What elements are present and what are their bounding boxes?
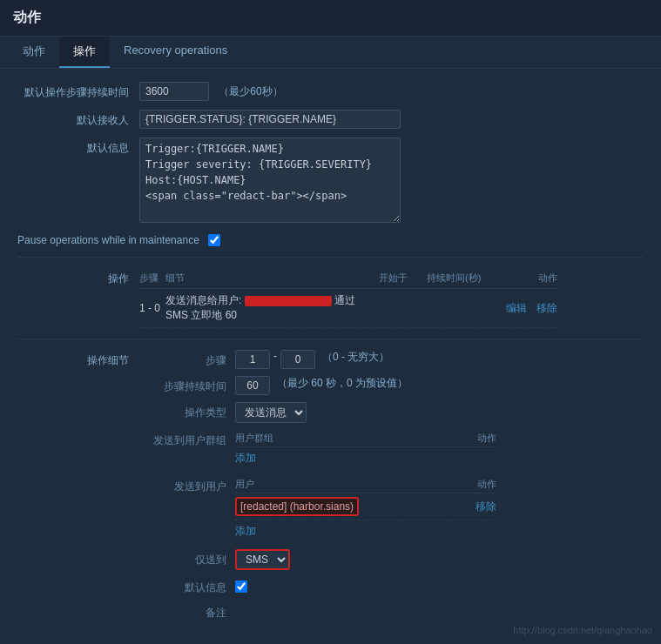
row-detail: 发送消息给用户: 通过 SMS 立即地 60 [165,293,379,323]
op-detail-label: 操作细节 [17,350,139,368]
duration-value: （最少60秒） [139,82,644,101]
step-label: 步骤 [139,350,235,368]
only-to-select[interactable]: SMS [235,549,290,570]
user-table: 用户 动作 [redacted] (harbor.sians) 移除 添加 [235,476,496,542]
tab-actions[interactable]: 动作 [9,37,59,68]
message-value: Trigger:{TRIGGER.NAME} Trigger severity:… [139,138,644,225]
duration-hint: （最少60秒） [219,85,282,97]
group-action-header: 动作 [462,432,496,445]
message-row: 默认信息 Trigger:{TRIGGER.NAME} Trigger seve… [17,138,644,225]
header-start: 开始于 [379,272,427,285]
user-name-cell: [redacted] (harbor.sians) [235,497,462,516]
add-user-row: 添加 [235,520,496,542]
header-detail: 细节 [165,272,379,285]
header-action: 动作 [496,272,557,285]
op-type-select[interactable]: 发送消息 [235,402,307,423]
default-msg-row: 默认信息 [139,577,644,595]
duration-input[interactable] [139,82,209,101]
user-remove-button[interactable]: 移除 [476,500,496,513]
send-group-row: 发送到用户群组 用户群组 动作 添加 [139,430,644,469]
duration-row: 默认操作步骤持续时间 （最少60秒） [17,82,644,101]
step-row: 步骤 - （0 - 无穷大） [139,350,644,369]
watermark: http://blog.csdn.net/qianghaohao [513,625,652,635]
edit-button[interactable]: 编辑 [506,302,527,314]
user-col-header: 用户 [235,478,462,491]
notes-row: 备注 [139,602,644,621]
recipient-value [139,110,644,129]
header-duration: 持续时间(秒) [427,272,496,285]
user-name-highlighted: [redacted] (harbor.sians) [235,497,359,516]
step-hint: （0 - 无穷大） [322,350,389,365]
operations-label: 操作 [17,268,139,286]
add-group-button[interactable]: 添加 [235,452,256,464]
op-detail-section: 操作细节 步骤 - （0 - 无穷大） 步骤持续时间 （最少 60 秒，0 为预… [17,350,644,627]
main-content: 默认操作步骤持续时间 （最少60秒） 默认接收人 默认信息 Trigger:{T… [0,69,661,644]
user-remove-cell: 移除 [462,500,496,514]
send-user-label: 发送到用户 [139,476,235,494]
row-actions: 编辑 移除 [496,301,557,316]
tab-bar: 动作 操作 Recovery operations [0,37,661,69]
step-duration-label: 步骤持续时间 [139,376,235,394]
ops-header: 步骤 细节 开始于 持续时间(秒) 动作 [139,268,557,289]
default-msg-checkbox[interactable] [235,580,247,593]
notes-label: 备注 [139,602,235,621]
maintenance-label: Pause operations while in maintenance [17,234,208,246]
recipient-input[interactable] [139,110,401,129]
divider-2 [17,339,644,339]
only-to-row: 仅送到 SMS [139,549,644,570]
user-action-header: 动作 [462,478,496,491]
group-table-header: 用户群组 动作 [235,430,496,447]
message-label: 默认信息 [17,138,139,156]
user-table-header: 用户 动作 [235,476,496,493]
page-title: 动作 [0,0,661,37]
operations-section: 操作 步骤 细节 开始于 持续时间(秒) 动作 1 - 0 发送消息给用户: 通… [17,268,644,328]
table-row: 1 - 0 发送消息给用户: 通过 SMS 立即地 60 编辑 移除 [139,289,557,328]
group-col-header: 用户群组 [235,432,462,445]
op-type-row: 操作类型 发送消息 [139,402,644,423]
step-to-input[interactable] [280,350,315,369]
send-user-row: 发送到用户 用户 动作 [redacted] (harbor.sians) 移除 [139,476,644,542]
default-msg-label: 默认信息 [139,577,235,595]
remove-button[interactable]: 移除 [536,302,557,314]
step-duration-hint: （最少 60 秒，0 为预设值） [277,376,408,391]
maintenance-row: Pause operations while in maintenance [17,234,644,246]
tab-operations[interactable]: 操作 [59,37,110,68]
send-group-label: 发送到用户群组 [139,430,235,448]
step-dash: - [273,350,277,362]
op-type-label: 操作类型 [139,402,235,420]
step-duration-input[interactable] [235,376,270,395]
message-textarea[interactable]: Trigger:{TRIGGER.NAME} Trigger severity:… [139,138,401,223]
add-group-row: 添加 [235,447,496,469]
step-from-input[interactable] [235,350,270,369]
title-text: 动作 [13,10,41,24]
user-table-row: [redacted] (harbor.sians) 移除 [235,493,496,520]
only-to-label: 仅送到 [139,549,235,567]
op-detail-content: 步骤 - （0 - 无穷大） 步骤持续时间 （最少 60 秒，0 为预设值） 操… [139,350,644,627]
duration-label: 默认操作步骤持续时间 [17,82,139,100]
operations-table: 步骤 细节 开始于 持续时间(秒) 动作 1 - 0 发送消息给用户: 通过 S… [139,268,557,328]
recipient-row: 默认接收人 [17,110,644,129]
row-step: 1 - 0 [139,302,165,314]
step-duration-row: 步骤持续时间 （最少 60 秒，0 为预设值） [139,376,644,395]
divider-1 [17,257,644,258]
add-user-button[interactable]: 添加 [235,525,256,537]
notes-value [235,602,238,613]
user-group-table: 用户群组 动作 添加 [235,430,496,469]
recipient-label: 默认接收人 [17,110,139,128]
maintenance-checkbox[interactable] [208,234,220,246]
tab-recovery[interactable]: Recovery operations [110,37,241,68]
header-step: 步骤 [139,272,165,285]
